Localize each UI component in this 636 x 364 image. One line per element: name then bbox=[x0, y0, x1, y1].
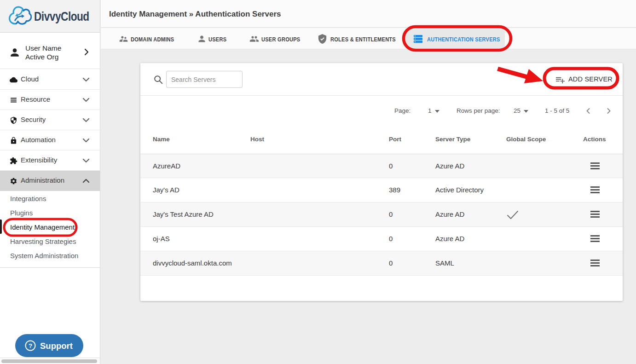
svg-text:?: ? bbox=[29, 342, 32, 349]
